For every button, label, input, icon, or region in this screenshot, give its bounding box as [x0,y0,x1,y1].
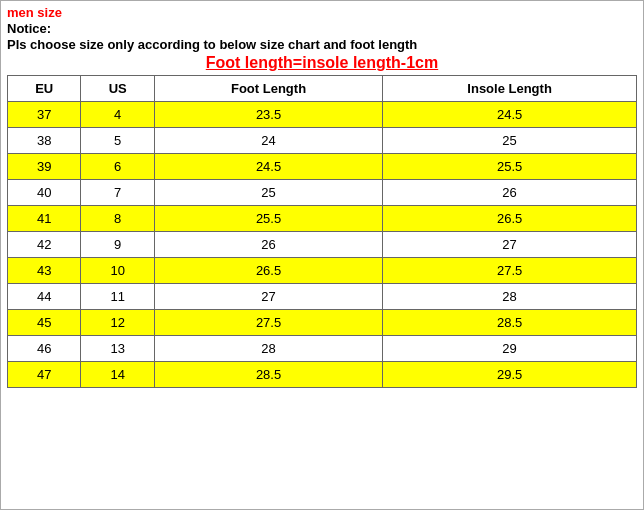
page-wrapper: men size Notice: Pls choose size only ac… [0,0,644,510]
cell-eu: 47 [8,362,81,388]
cell-foot: 25.5 [154,206,382,232]
cell-foot: 24 [154,128,382,154]
cell-foot: 27.5 [154,310,382,336]
cell-us: 10 [81,258,154,284]
table-row: 4292627 [8,232,637,258]
cell-us: 12 [81,310,154,336]
cell-foot: 25 [154,180,382,206]
cell-eu: 46 [8,336,81,362]
cell-eu: 39 [8,154,81,180]
cell-foot: 26.5 [154,258,382,284]
table-header-row: EU US Foot Length Insole Length [8,76,637,102]
cell-foot: 27 [154,284,382,310]
cell-insole: 28.5 [383,310,637,336]
size-chart-table: EU US Foot Length Insole Length 37423.52… [7,75,637,388]
cell-eu: 42 [8,232,81,258]
col-eu: EU [8,76,81,102]
table-row: 4072526 [8,180,637,206]
table-row: 39624.525.5 [8,154,637,180]
cell-insole: 26 [383,180,637,206]
cell-insole: 27.5 [383,258,637,284]
cell-us: 14 [81,362,154,388]
col-foot-length: Foot Length [154,76,382,102]
cell-eu: 43 [8,258,81,284]
cell-insole: 25 [383,128,637,154]
table-row: 44112728 [8,284,637,310]
cell-us: 4 [81,102,154,128]
notice-label: Notice: [7,21,637,36]
cell-us: 11 [81,284,154,310]
cell-foot: 26 [154,232,382,258]
cell-insole: 27 [383,232,637,258]
col-insole-length: Insole Length [383,76,637,102]
cell-eu: 41 [8,206,81,232]
cell-eu: 38 [8,128,81,154]
cell-insole: 29.5 [383,362,637,388]
cell-foot: 28.5 [154,362,382,388]
table-row: 41825.526.5 [8,206,637,232]
cell-eu: 40 [8,180,81,206]
table-row: 46132829 [8,336,637,362]
table-row: 431026.527.5 [8,258,637,284]
cell-foot: 23.5 [154,102,382,128]
cell-foot: 24.5 [154,154,382,180]
table-row: 37423.524.5 [8,102,637,128]
cell-us: 13 [81,336,154,362]
notice-text: Pls choose size only according to below … [7,37,637,52]
cell-insole: 28 [383,284,637,310]
cell-insole: 29 [383,336,637,362]
foot-length-title: Foot length=insole length-1cm [7,54,637,72]
men-size-title: men size [7,5,637,20]
cell-insole: 25.5 [383,154,637,180]
cell-insole: 24.5 [383,102,637,128]
cell-us: 8 [81,206,154,232]
cell-eu: 37 [8,102,81,128]
cell-us: 5 [81,128,154,154]
cell-us: 6 [81,154,154,180]
cell-eu: 44 [8,284,81,310]
table-row: 471428.529.5 [8,362,637,388]
table-row: 451227.528.5 [8,310,637,336]
cell-insole: 26.5 [383,206,637,232]
cell-foot: 28 [154,336,382,362]
cell-eu: 45 [8,310,81,336]
cell-us: 7 [81,180,154,206]
col-us: US [81,76,154,102]
cell-us: 9 [81,232,154,258]
table-row: 3852425 [8,128,637,154]
